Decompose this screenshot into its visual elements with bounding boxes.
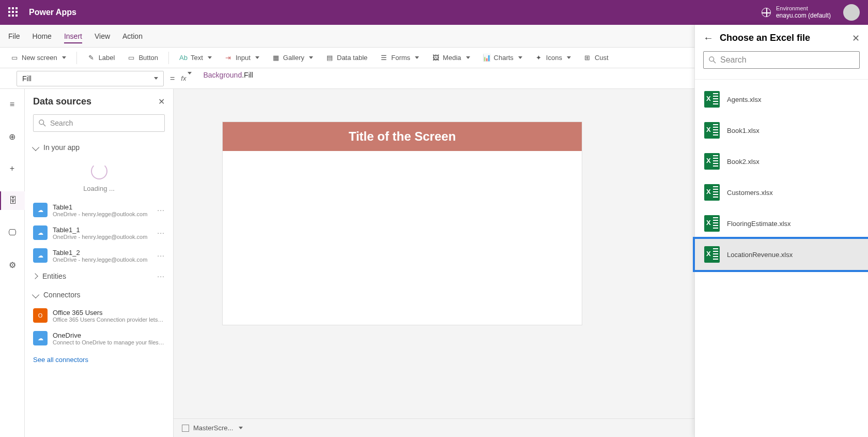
- more-icon[interactable]: ···: [157, 251, 165, 260]
- data-source-item[interactable]: ☁ Table1_1OneDrive - henry.legge@outlook…: [25, 221, 173, 244]
- connector-item[interactable]: ☁ OneDriveConnect to OneDrive to manage …: [25, 327, 173, 350]
- app-topbar: Power Apps Environment enayu.com (defaul…: [0, 0, 868, 25]
- screen-selector[interactable]: MasterScre...: [193, 424, 233, 432]
- rail-advanced-icon[interactable]: ⚙: [0, 255, 25, 274]
- left-rail: ≡ ⊕ + 🗄 🖵 ⚙: [0, 89, 25, 437]
- custom-menu[interactable]: ⊞Cust: [579, 52, 613, 64]
- rail-data-icon[interactable]: 🗄: [0, 191, 25, 210]
- onedrive-icon: ☁: [33, 248, 48, 263]
- excel-file-picker-panel: ← Choose an Excel file ✕ Search Agents.x…: [694, 25, 868, 437]
- excel-file-item[interactable]: LocationRevenue.xlsx: [695, 239, 868, 270]
- text-menu[interactable]: AbText: [175, 52, 216, 64]
- panel-title: Choose an Excel file: [720, 33, 846, 43]
- rail-media-icon[interactable]: 🖵: [0, 223, 25, 242]
- fx-label[interactable]: fx: [181, 74, 192, 82]
- spinner-icon: [91, 163, 107, 179]
- excel-icon: [704, 122, 720, 139]
- screen-icon: ▭: [10, 54, 19, 62]
- more-icon[interactable]: ···: [157, 229, 165, 237]
- brand-label: Power Apps: [29, 8, 76, 17]
- in-your-app-section[interactable]: In your app: [25, 138, 173, 157]
- excel-icon: [704, 246, 720, 263]
- data-source-item[interactable]: ☁ Table1_2OneDrive - henry.legge@outlook…: [25, 244, 173, 267]
- equals-label: =: [170, 74, 175, 83]
- onedrive-icon: ☁: [33, 203, 48, 217]
- input-icon: ⇥: [224, 54, 233, 62]
- gallery-icon: ▦: [272, 54, 280, 62]
- waffle-icon[interactable]: [8, 7, 19, 18]
- forms-menu[interactable]: ☰Forms: [376, 52, 423, 64]
- gallery-menu[interactable]: ▦Gallery: [268, 52, 317, 64]
- svg-point-0: [39, 120, 44, 125]
- see-all-connectors-link[interactable]: See all connectors: [25, 350, 173, 370]
- chevron-right-icon: [32, 273, 38, 279]
- label-button[interactable]: ✎Label: [83, 52, 119, 64]
- button-button[interactable]: ▭Button: [123, 52, 162, 64]
- custom-icon: ⊞: [583, 54, 592, 62]
- onedrive-icon: ☁: [33, 331, 48, 345]
- chevron-down-icon: [32, 291, 39, 298]
- close-icon[interactable]: ✕: [852, 33, 860, 44]
- user-avatar[interactable]: [843, 4, 860, 21]
- button-icon: ▭: [127, 54, 135, 62]
- input-menu[interactable]: ⇥Input: [220, 52, 264, 64]
- excel-icon: [704, 184, 720, 201]
- entities-section[interactable]: Entities···: [25, 267, 173, 285]
- pane-title: Data sources: [33, 96, 91, 107]
- connectors-section[interactable]: Connectors: [25, 285, 173, 304]
- loading-indicator: Loading ...: [25, 157, 173, 199]
- connector-item[interactable]: O Office 365 UsersOffice 365 Users Conne…: [25, 304, 173, 327]
- file-list: Agents.xlsxBook1.xlsxBook2.xlsxCustomers…: [695, 84, 868, 270]
- forms-icon: ☰: [380, 54, 388, 62]
- globe-icon: [762, 8, 771, 17]
- screen-title-banner[interactable]: Title of the Screen: [223, 122, 582, 151]
- chevron-down-icon: [239, 427, 243, 429]
- menu-home[interactable]: Home: [33, 32, 52, 40]
- data-sources-pane: Data sources ✕ Search In your app Loadin…: [25, 89, 174, 437]
- excel-file-item[interactable]: FlooringEstimate.xlsx: [695, 208, 868, 239]
- media-menu[interactable]: 🖼Media: [427, 52, 474, 64]
- excel-file-item[interactable]: Customers.xlsx: [695, 177, 868, 208]
- onedrive-icon: ☁: [33, 225, 48, 240]
- svg-line-3: [714, 61, 716, 63]
- excel-icon: [704, 215, 720, 232]
- svg-line-1: [43, 124, 45, 126]
- excel-file-item[interactable]: Book1.xlsx: [695, 115, 868, 146]
- app-screen[interactable]: Title of the Screen: [223, 122, 582, 325]
- data-source-item[interactable]: ☁ Table1OneDrive - henry.legge@outlook.c…: [25, 199, 173, 221]
- more-icon[interactable]: ···: [157, 206, 165, 214]
- icons-menu[interactable]: ✦Icons: [531, 52, 575, 64]
- svg-point-2: [709, 57, 714, 62]
- o365-icon: O: [33, 308, 48, 323]
- label-icon: ✎: [87, 54, 96, 62]
- menu-file[interactable]: File: [8, 32, 20, 40]
- chevron-down-icon: [62, 56, 66, 59]
- rail-insert-icon[interactable]: ⊕: [0, 127, 25, 146]
- table-icon: ▤: [326, 54, 334, 62]
- excel-file-item[interactable]: Agents.xlsx: [695, 84, 868, 115]
- back-button[interactable]: ←: [703, 32, 714, 44]
- icons-icon: ✦: [535, 54, 543, 62]
- close-icon[interactable]: ✕: [158, 97, 165, 107]
- property-dropdown[interactable]: Fill: [17, 71, 164, 86]
- chevron-down-icon: [32, 144, 39, 151]
- media-icon: 🖼: [431, 54, 440, 62]
- data-table-button[interactable]: ▤Data table: [321, 52, 371, 64]
- search-icon: [39, 119, 46, 127]
- file-search-input[interactable]: Search: [703, 51, 860, 69]
- rail-tree-icon[interactable]: ≡: [0, 95, 25, 114]
- search-icon: [709, 56, 716, 64]
- menu-view[interactable]: View: [95, 32, 110, 40]
- excel-file-item[interactable]: Book2.xlsx: [695, 146, 868, 177]
- checkbox[interactable]: [182, 425, 189, 432]
- menu-action[interactable]: Action: [122, 32, 143, 40]
- rail-add-icon[interactable]: +: [0, 159, 25, 178]
- new-screen-button[interactable]: ▭New screen: [6, 52, 70, 64]
- environment-picker[interactable]: Environment enayu.com (default): [776, 5, 831, 20]
- search-input[interactable]: Search: [33, 114, 165, 132]
- text-icon: Ab: [179, 54, 188, 62]
- charts-menu[interactable]: 📊Charts: [478, 52, 526, 64]
- excel-icon: [704, 153, 720, 170]
- charts-icon: 📊: [483, 54, 491, 62]
- menu-insert[interactable]: Insert: [64, 32, 82, 43]
